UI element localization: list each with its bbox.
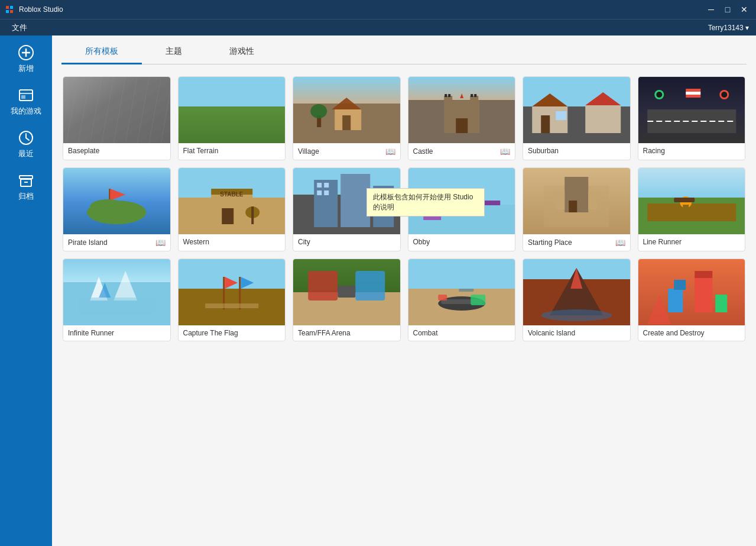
- recent-icon: [18, 130, 34, 146]
- svg-rect-3: [10, 10, 13, 13]
- close-button[interactable]: ✕: [737, 2, 751, 17]
- template-label-starting-place: Starting Place📖: [523, 234, 630, 251]
- svg-rect-66: [317, 183, 322, 188]
- template-thumbnail-castle: [408, 77, 515, 143]
- template-label-racing: Racing: [638, 143, 745, 159]
- minimize-button[interactable]: ─: [704, 2, 718, 17]
- template-name-infinite-runner: Infinite Runner: [68, 329, 114, 337]
- svg-point-56: [90, 199, 125, 214]
- svg-rect-36: [456, 118, 468, 133]
- template-card-create-and-destroy[interactable]: Create and Destroy: [638, 259, 746, 341]
- template-label-create-and-destroy: Create and Destroy: [638, 325, 745, 341]
- template-card-baseplate[interactable]: Baseplate: [63, 76, 171, 160]
- sidebar-item-recent[interactable]: 最近: [2, 123, 50, 166]
- svg-rect-2: [6, 10, 9, 13]
- template-card-pirate-island[interactable]: Pirate Island📖: [63, 167, 171, 251]
- svg-line-20: [125, 77, 137, 143]
- template-label-baseplate: Baseplate: [63, 143, 170, 159]
- svg-rect-97: [471, 295, 485, 305]
- template-thumbnail-baseplate: [63, 77, 170, 143]
- book-icon: 📖: [155, 238, 166, 247]
- template-label-capture-the-flag: Capture The Flag: [179, 325, 285, 341]
- template-card-combat[interactable]: Combat: [408, 259, 516, 341]
- svg-line-15: [66, 77, 78, 143]
- template-label-suburban: Suburban: [523, 143, 630, 159]
- app-title: Roblox Studio: [19, 5, 63, 14]
- svg-point-28: [310, 104, 327, 118]
- template-name-western: Western: [183, 238, 209, 246]
- svg-rect-107: [715, 295, 727, 312]
- sidebar-item-archive[interactable]: 归档: [2, 166, 50, 208]
- svg-line-18: [102, 77, 113, 143]
- template-thumbnail-city: [293, 168, 400, 234]
- template-card-starting-place[interactable]: Starting Place📖: [523, 167, 631, 251]
- template-card-city[interactable]: City: [293, 167, 401, 251]
- menu-bar: 文件 Terry13143 ▾: [0, 19, 756, 35]
- template-label-obby: Obby: [408, 234, 515, 250]
- sidebar-item-mygames[interactable]: 我的游戏: [2, 80, 50, 123]
- svg-rect-70: [423, 215, 441, 220]
- window-controls: ─ □ ✕: [704, 2, 751, 17]
- template-card-team-ffa-arena[interactable]: Team/FFA Arena: [293, 259, 401, 341]
- svg-rect-41: [556, 111, 566, 120]
- file-menu[interactable]: 文件: [7, 21, 32, 34]
- template-name-capture-the-flag: Capture The Flag: [183, 329, 238, 337]
- template-card-capture-the-flag[interactable]: Capture The Flag: [178, 259, 286, 341]
- template-card-castle[interactable]: Castle📖: [408, 76, 516, 160]
- sidebar-new-label: 新增: [18, 63, 34, 74]
- template-label-flat-terrain: Flat Terrain: [179, 143, 285, 159]
- svg-rect-94: [338, 286, 355, 298]
- template-name-village: Village: [298, 147, 319, 156]
- template-card-obby[interactable]: Obby: [408, 167, 516, 251]
- template-name-obby: Obby: [413, 238, 430, 246]
- template-card-racing[interactable]: Racing: [638, 76, 746, 160]
- app-icon: [5, 5, 14, 14]
- svg-rect-31: [444, 94, 447, 97]
- template-label-volcanic-island: Volcanic Island: [523, 325, 630, 341]
- svg-rect-32: [448, 94, 450, 97]
- template-card-western[interactable]: STABLE Western: [178, 167, 286, 251]
- svg-marker-90: [241, 277, 254, 289]
- template-thumbnail-village: [293, 77, 400, 143]
- svg-line-19: [113, 77, 125, 143]
- template-thumbnail-starting-place: [523, 168, 630, 234]
- maximize-button[interactable]: □: [721, 2, 735, 17]
- svg-point-50: [656, 92, 662, 98]
- sidebar-item-new[interactable]: 新增: [2, 38, 50, 80]
- template-thumbnail-capture-the-flag: [179, 259, 285, 325]
- archive-icon: [18, 172, 34, 189]
- svg-line-16: [78, 77, 90, 143]
- book-icon: 📖: [500, 147, 510, 156]
- svg-rect-64: [340, 174, 370, 227]
- template-name-pirate-island: Pirate Island: [68, 238, 108, 247]
- svg-rect-47: [686, 92, 700, 95]
- template-card-line-runner[interactable]: Line Runner: [638, 167, 746, 251]
- template-thumbnail-flat-terrain: [179, 77, 285, 143]
- tab-theme[interactable]: 主题: [142, 40, 206, 64]
- svg-rect-76: [569, 201, 577, 212]
- plus-icon: [18, 44, 34, 61]
- template-label-castle: Castle📖: [408, 143, 515, 160]
- template-card-volcanic-island[interactable]: Volcanic Island: [523, 259, 631, 341]
- tab-gameplay[interactable]: 游戏性: [206, 40, 278, 64]
- template-card-suburban[interactable]: Suburban: [523, 76, 631, 160]
- svg-rect-103: [695, 277, 712, 312]
- template-card-infinite-runner[interactable]: Infinite Runner: [63, 259, 171, 341]
- template-card-village[interactable]: Village📖: [293, 76, 401, 160]
- svg-rect-67: [324, 183, 329, 188]
- main-layout: 新增 我的游戏 最近 归档: [0, 35, 756, 546]
- svg-line-14: [63, 77, 66, 143]
- svg-marker-55: [110, 189, 125, 201]
- svg-rect-79: [647, 203, 736, 221]
- svg-rect-98: [438, 295, 447, 301]
- svg-rect-78: [588, 192, 597, 209]
- user-account[interactable]: Terry13143 ▾: [708, 24, 749, 32]
- svg-marker-24: [332, 98, 361, 109]
- template-name-city: City: [298, 238, 310, 246]
- template-label-combat: Combat: [408, 325, 515, 341]
- svg-rect-62: [251, 206, 254, 224]
- tab-all-templates[interactable]: 所有模板: [61, 40, 142, 64]
- template-card-flat-terrain[interactable]: Flat Terrain: [178, 76, 286, 160]
- svg-rect-93: [355, 271, 385, 301]
- svg-line-22: [149, 77, 161, 143]
